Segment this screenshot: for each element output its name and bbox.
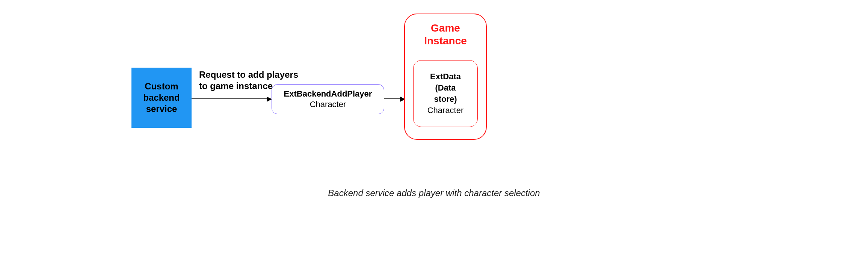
ext-backend-add-player-box: ExtBackendAddPlayer Character xyxy=(272,84,384,114)
game-instance-title-line1: Game xyxy=(431,22,460,34)
diagram-stage: Custom backend service Request to add pl… xyxy=(0,0,868,254)
extdata-line2: (Data xyxy=(435,82,456,94)
extdata-line4: Character xyxy=(427,105,464,116)
arrow-label-line2: to game instance xyxy=(199,81,273,91)
ext-data-box: ExtData (Data store) Character xyxy=(413,60,478,127)
game-instance-title: Game Instance xyxy=(424,22,467,47)
backend-service-label-line2: backend xyxy=(143,92,180,103)
arrow-label-line1: Request to add players xyxy=(199,70,298,80)
middle-box-subtitle: Character xyxy=(310,99,346,110)
arrow-backend-to-middle xyxy=(192,98,271,99)
game-instance-title-line2: Instance xyxy=(424,35,467,47)
middle-box-title: ExtBackendAddPlayer xyxy=(284,89,372,99)
extdata-line1: ExtData xyxy=(430,71,461,82)
extdata-line3: store) xyxy=(434,94,457,105)
backend-service-label-line1: Custom xyxy=(145,81,178,92)
backend-service-box: Custom backend service xyxy=(131,68,192,128)
arrow-middle-to-instance xyxy=(384,98,405,99)
diagram-caption: Backend service adds player with charact… xyxy=(0,188,868,198)
backend-service-label-line3: service xyxy=(146,103,177,115)
